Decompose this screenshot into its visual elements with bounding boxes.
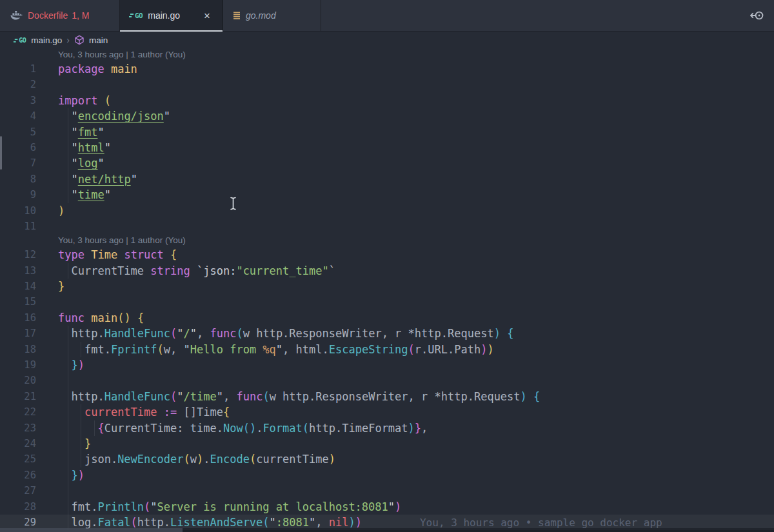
line-number[interactable]: 20 bbox=[0, 373, 46, 388]
code-line[interactable]: 23 {CurrentTime: time.Now().Format(http.… bbox=[0, 420, 774, 436]
tab-problems-badge: 1, M bbox=[72, 10, 89, 21]
close-icon[interactable]: × bbox=[202, 10, 212, 22]
code-token: ) bbox=[329, 453, 335, 466]
code-line[interactable]: 17 http.HandleFunc("/", func(w http.Resp… bbox=[0, 326, 774, 341]
line-number[interactable]: 15 bbox=[0, 294, 46, 310]
line-number[interactable]: 1 bbox=[0, 61, 46, 77]
line-number[interactable]: 14 bbox=[0, 279, 46, 294]
code-token: ( bbox=[250, 453, 256, 466]
blame-annotation[interactable]: You, 3 hours ago | 1 author (You) bbox=[0, 48, 774, 61]
code-line[interactable]: 25 json.NewEncoder(w).Encode(currentTime… bbox=[0, 451, 774, 467]
code-token: ( bbox=[170, 390, 177, 403]
indent-guide bbox=[68, 436, 68, 451]
indent-guide bbox=[81, 436, 81, 451]
code-line[interactable]: 13 CurrentTime string `json:"current_tim… bbox=[0, 263, 774, 279]
code-editor[interactable]: You, 3 hours ago | 1 author (You)1packag… bbox=[0, 48, 774, 530]
code-token: CurrentTime: time. bbox=[104, 422, 223, 435]
line-number[interactable]: 25 bbox=[0, 451, 46, 467]
code-line[interactable]: 16func main() { bbox=[0, 310, 774, 326]
line-number[interactable]: 6 bbox=[0, 140, 46, 155]
code-token bbox=[58, 359, 71, 371]
code-line[interactable]: 3import ( bbox=[0, 93, 774, 108]
line-number[interactable]: 24 bbox=[0, 436, 46, 451]
code-token: Fprintf bbox=[111, 343, 157, 356]
line-number[interactable]: 11 bbox=[0, 219, 46, 234]
code-line[interactable]: 14} bbox=[0, 279, 774, 294]
line-number[interactable]: 18 bbox=[0, 342, 46, 357]
code-token: nil bbox=[329, 516, 349, 529]
indent-guide bbox=[81, 404, 81, 420]
code-line[interactable]: 11 bbox=[0, 219, 774, 234]
tab-dockerfile[interactable]: Dockerfile 1, M bbox=[0, 0, 120, 31]
code-token: } bbox=[58, 280, 64, 293]
code-line[interactable]: 10) bbox=[0, 203, 774, 219]
line-number[interactable]: 16 bbox=[0, 310, 46, 326]
code-line[interactable]: 9 "time" bbox=[0, 187, 774, 202]
tab-go-mod[interactable]: go.mod bbox=[223, 0, 321, 31]
line-number[interactable]: 12 bbox=[0, 247, 46, 262]
history-circle-icon[interactable] bbox=[748, 10, 765, 21]
code-token: " bbox=[71, 157, 77, 170]
code-token: " bbox=[164, 110, 170, 123]
code-token: Format bbox=[263, 422, 302, 435]
line-number[interactable]: 8 bbox=[0, 172, 46, 187]
code-line[interactable]: 8 "net/http" bbox=[0, 172, 774, 187]
tab-main-go[interactable]: GO main.go × bbox=[120, 0, 223, 31]
code-token: " bbox=[97, 157, 104, 170]
code-line[interactable]: 5 "fmt" bbox=[0, 124, 774, 140]
line-number[interactable]: 7 bbox=[0, 155, 46, 171]
code-token: ( bbox=[117, 311, 124, 324]
breadcrumb-symbol[interactable]: main bbox=[89, 35, 108, 45]
code-token bbox=[501, 327, 507, 340]
code-token: encoding/json bbox=[78, 110, 164, 123]
indent-guide bbox=[68, 342, 68, 357]
code-token: " bbox=[177, 327, 183, 340]
code-line[interactable]: 28 fmt.Println("Server is running at loc… bbox=[0, 499, 774, 515]
code-line[interactable]: 2 bbox=[0, 77, 774, 92]
code-token: ( bbox=[303, 422, 309, 435]
code-line[interactable]: 6 "html" bbox=[0, 140, 774, 155]
code-line[interactable]: 12type Time struct { bbox=[0, 247, 774, 262]
code-line[interactable]: 21 http.HandleFunc("/time", func(w http.… bbox=[0, 389, 774, 404]
code-token: ( bbox=[236, 327, 243, 340]
line-number[interactable]: 26 bbox=[0, 468, 46, 483]
code-token: " bbox=[309, 516, 315, 529]
code-line[interactable]: 20 bbox=[0, 373, 774, 388]
code-line[interactable]: 19 }) bbox=[0, 357, 774, 373]
line-number[interactable]: 19 bbox=[0, 357, 46, 373]
code-line[interactable]: 27 bbox=[0, 483, 774, 498]
line-number[interactable]: 21 bbox=[0, 389, 46, 404]
line-number[interactable]: 3 bbox=[0, 93, 46, 108]
line-number[interactable]: 9 bbox=[0, 187, 46, 202]
blame-annotation[interactable]: You, 3 hours ago | 1 author (You) bbox=[0, 234, 774, 247]
code-line[interactable]: 1package main bbox=[0, 61, 774, 77]
line-number[interactable]: 27 bbox=[0, 483, 46, 498]
line-number[interactable]: 22 bbox=[0, 404, 46, 420]
code-line[interactable]: 18 fmt.Fprintf(w, "Hello from %q", html.… bbox=[0, 342, 774, 357]
code-token: NewEncoder bbox=[117, 453, 183, 466]
code-token: "current_time" bbox=[236, 264, 328, 277]
code-line[interactable]: 7 "log" bbox=[0, 155, 774, 171]
code-line[interactable]: 22 currentTime := []Time{ bbox=[0, 404, 774, 420]
line-number[interactable]: 5 bbox=[0, 124, 46, 140]
code-token: } bbox=[71, 359, 77, 371]
code-token: " bbox=[71, 126, 77, 139]
line-number[interactable]: 13 bbox=[0, 263, 46, 279]
scrollbar-thumb[interactable] bbox=[0, 528, 183, 532]
line-number[interactable]: 4 bbox=[0, 108, 46, 124]
line-number[interactable]: 28 bbox=[0, 499, 46, 515]
indent-guide bbox=[68, 451, 68, 467]
code-token: HandleFunc bbox=[104, 390, 170, 403]
line-number[interactable]: 2 bbox=[0, 77, 46, 92]
code-token bbox=[58, 422, 97, 435]
line-content: fmt.Fprintf(w, "Hello from %q", html.Esc… bbox=[46, 342, 774, 357]
breadcrumb-file[interactable]: main.go bbox=[31, 35, 62, 45]
line-number[interactable]: 10 bbox=[0, 203, 46, 219]
code-line[interactable]: 26 }) bbox=[0, 468, 774, 483]
horizontal-scrollbar[interactable] bbox=[0, 528, 774, 532]
code-line[interactable]: 15 bbox=[0, 294, 774, 310]
code-line[interactable]: 24 } bbox=[0, 436, 774, 451]
code-line[interactable]: 4 "encoding/json" bbox=[0, 108, 774, 124]
line-number[interactable]: 17 bbox=[0, 326, 46, 341]
line-number[interactable]: 23 bbox=[0, 420, 46, 436]
